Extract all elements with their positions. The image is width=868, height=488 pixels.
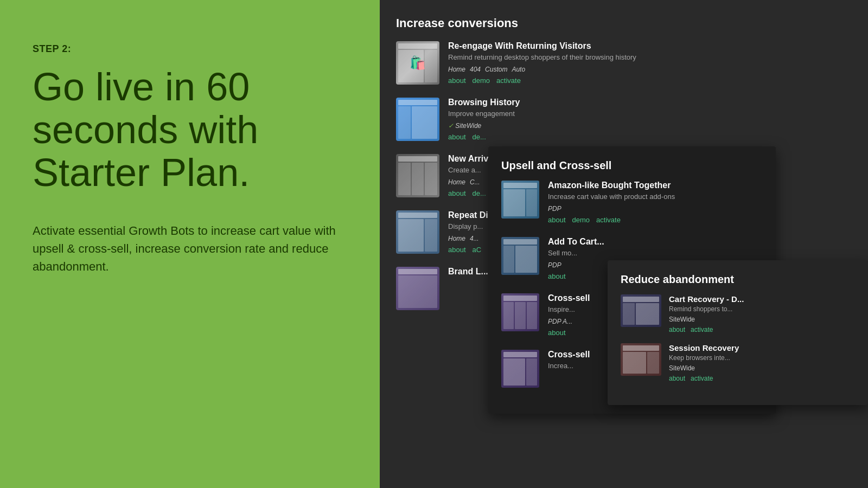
bot-thumb-reengage [396, 41, 439, 85]
bot-thumb-browsing [396, 98, 439, 141]
reduce-panel: Reduce abandonment Cart Recovery - D... … [608, 260, 868, 405]
reduce-links-session: about activate [669, 375, 739, 382]
reduce-desc-cart: Remind shoppers to... [669, 305, 744, 313]
demo-link-reengage[interactable]: demo [473, 76, 490, 85]
tag-auto: Auto [512, 66, 525, 73]
upsell-thumb-addcart [501, 237, 539, 275]
reduce-links-cart: about activate [669, 326, 744, 333]
upsell-desc-amazon: Increase cart value with product add-ons [548, 192, 763, 201]
tag-pdp-addcart: PDP [548, 261, 561, 269]
upsell-thumb-amazon [501, 181, 539, 219]
tag-custom: Custom [485, 66, 507, 73]
activate-link-amazon[interactable]: activate [596, 216, 621, 224]
main-card-title: Increase conversions [396, 16, 760, 30]
about-link-repeat[interactable]: about [448, 246, 466, 254]
reduce-info-cart: Cart Recovery - D... Remind shoppers to.… [669, 294, 744, 333]
bot-name-browsing: Browsing History [448, 98, 760, 107]
bot-thumb-repeat [396, 210, 439, 254]
tag-home-r: Home [448, 235, 465, 242]
tag-4-r: 4... [470, 235, 479, 242]
step-label: STEP 2: [33, 43, 347, 55]
upsell-info-amazon: Amazon-like Bought Together Increase car… [548, 181, 763, 224]
about-link-addcart[interactable]: about [548, 272, 566, 280]
demo-link-newarrivals[interactable]: de... [473, 189, 486, 197]
about-link-cart[interactable]: about [669, 326, 685, 333]
tag-home-na: Home [448, 178, 465, 186]
about-link-amazon[interactable]: about [548, 216, 566, 224]
reduce-info-session: Session Recovery Keep browsers inte... S… [669, 343, 739, 382]
bot-info-reengage: Re-engage With Returning Visitors Remind… [448, 41, 760, 85]
tag-c-na: C... [470, 178, 480, 186]
bot-name-reengage: Re-engage With Returning Visitors [448, 41, 760, 51]
bot-tags-reengage: Home 404 Custom Auto [448, 66, 760, 73]
about-link-reengage[interactable]: about [448, 76, 466, 85]
reduce-name-cart: Cart Recovery - D... [669, 294, 744, 304]
bot-desc-reengage: Remind returning desktop shoppers of the… [448, 53, 760, 61]
reduce-thumb-cart [621, 294, 661, 327]
bot-links-browsing: about de... [448, 133, 760, 141]
tag-sitewide-browsing: SiteWide [448, 122, 481, 130]
tag-pdp-amazon: PDP [548, 205, 561, 213]
description: Activate essential Growth Bots to increa… [33, 222, 347, 275]
tag-pdp-cross1: PDP A... [548, 318, 572, 325]
headline: Go live in 60 seconds with Starter Plan. [33, 66, 347, 195]
reduce-desc-session: Keep browsers inte... [669, 354, 739, 362]
about-link-browsing[interactable]: about [448, 133, 466, 141]
upsell-desc-addcart: Sell mo... [548, 249, 763, 257]
bot-tags-browsing: SiteWide [448, 122, 760, 130]
activate-link-session[interactable]: activate [691, 375, 713, 382]
bot-links-reengage: about demo activate [448, 76, 760, 85]
right-panel: Increase conversions Re-engage With Retu… [380, 0, 868, 488]
tag-home: Home [448, 66, 465, 73]
upsell-links-amazon: about demo activate [548, 216, 763, 224]
bot-desc-browsing: Improve engagement [448, 110, 760, 118]
about-link-newarrivals[interactable]: about [448, 189, 466, 197]
ac-link-repeat[interactable]: aC [473, 246, 482, 254]
reduce-tag-session: SiteWide [669, 364, 739, 372]
upsell-name-amazon: Amazon-like Bought Together [548, 181, 763, 190]
demo-link-amazon[interactable]: demo [572, 216, 590, 224]
bot-info-browsing: Browsing History Improve engagement Site… [448, 98, 760, 141]
reduce-item-session: Session Recovery Keep browsers inte... S… [621, 343, 855, 382]
reduce-title: Reduce abandonment [621, 273, 855, 286]
bot-thumb-newarrivals [396, 154, 439, 197]
bot-item-browsing: Browsing History Improve engagement Site… [396, 98, 760, 141]
upsell-name-addcart: Add To Cart... [548, 237, 763, 247]
bot-thumb-brand [396, 267, 439, 310]
reduce-thumb-session [621, 343, 661, 376]
demo-link-browsing[interactable]: de... [473, 133, 486, 141]
upsell-thumb-cross2 [501, 350, 539, 388]
upsell-item-amazon: Amazon-like Bought Together Increase car… [501, 181, 763, 224]
upsell-title: Upsell and Cross-sell [501, 159, 763, 172]
upsell-thumb-cross1 [501, 293, 539, 331]
activate-link-reengage[interactable]: activate [496, 76, 521, 85]
tag-404: 404 [470, 66, 481, 73]
left-panel: STEP 2: Go live in 60 seconds with Start… [0, 0, 380, 488]
reduce-item-cart: Cart Recovery - D... Remind shoppers to.… [621, 294, 855, 333]
upsell-tags-amazon: PDP [548, 205, 763, 213]
reduce-tag-cart: SiteWide [669, 316, 744, 323]
about-link-cross1[interactable]: about [548, 329, 566, 337]
bot-item-reengage: Re-engage With Returning Visitors Remind… [396, 41, 760, 85]
about-link-session[interactable]: about [669, 375, 685, 382]
activate-link-cart[interactable]: activate [691, 326, 713, 333]
reduce-name-session: Session Recovery [669, 343, 739, 352]
